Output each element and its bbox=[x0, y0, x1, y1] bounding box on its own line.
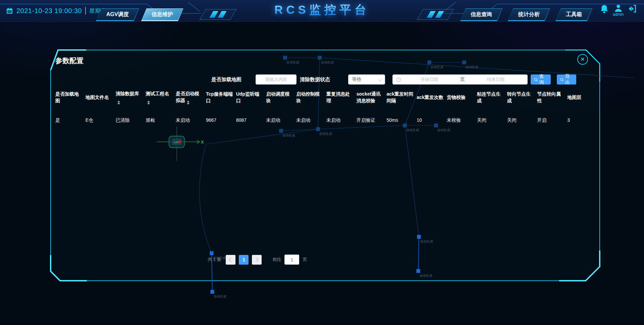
column-header: 货物校验 bbox=[447, 94, 476, 101]
table-row: 是E仓已清除巡检未启动96678087未启动未启动未启动开启验证50ms10未校… bbox=[55, 114, 596, 126]
table-cell: 开启验证 bbox=[357, 117, 385, 123]
column-header: 转向节点生成 bbox=[507, 91, 536, 104]
table-header-row: 是否加载地图地图文件名清除数据库测试工程名是否启动模拟器Tcp服务端端口Udp监… bbox=[55, 87, 596, 108]
search-icon bbox=[560, 77, 564, 82]
parameter-config-modal: 参数配置 ✕ 是否加载地图 请输入内容 清除数据状态 等待 开始日期 至 结束日… bbox=[43, 49, 600, 281]
goto-label: 前往 bbox=[272, 257, 281, 263]
export-button-label: 导出 bbox=[565, 73, 573, 86]
load-map-placeholder: 请输入内容 bbox=[265, 76, 287, 83]
query-button-label: 查询 bbox=[539, 73, 547, 86]
clear-status-value: 等待 bbox=[352, 76, 361, 83]
page-title: RCS监控平台 bbox=[274, 2, 370, 18]
right-nav-tabs: 信息查询 统计分析 工具箱 bbox=[460, 8, 592, 21]
column-header: ack重发时间间隔 bbox=[387, 91, 416, 104]
table-cell: E仓 bbox=[86, 117, 114, 123]
logout-icon[interactable] bbox=[628, 4, 637, 13]
tab-label: 统计分析 bbox=[518, 11, 540, 18]
date-start-placeholder: 开始日期 bbox=[401, 76, 458, 83]
goto-page-input[interactable]: 1 bbox=[284, 255, 299, 265]
tab-label: 信息维护 bbox=[152, 11, 173, 18]
column-header: 重复消息处理 bbox=[326, 91, 355, 104]
username-label: admin bbox=[613, 12, 624, 16]
sort-icon[interactable] bbox=[187, 101, 190, 105]
table-cell: 开启 bbox=[537, 117, 566, 123]
datetime-divider bbox=[85, 7, 86, 14]
date-separator: 至 bbox=[458, 76, 468, 83]
notification-bell-icon[interactable] bbox=[600, 4, 609, 14]
table-cell: 10 bbox=[417, 117, 445, 123]
column-header: 启动控制模块 bbox=[296, 91, 325, 104]
column-header: Tcp服务端端口 bbox=[206, 91, 235, 104]
user-account[interactable]: admin bbox=[613, 4, 624, 16]
column-header: socket通讯消息校验 bbox=[357, 91, 385, 104]
table-cell: 关闭 bbox=[477, 117, 506, 123]
column-header: 地图层 bbox=[567, 94, 596, 101]
export-button[interactable]: 导出 bbox=[557, 74, 576, 85]
current-datetime: 2021-10-23 19:00:30 bbox=[16, 7, 82, 15]
clear-status-filter-label: 清除数据状态 bbox=[300, 74, 330, 85]
chevron-right-icon bbox=[254, 257, 259, 262]
chevron-left-icon bbox=[229, 257, 233, 262]
table-cell: 巡检 bbox=[146, 117, 174, 123]
top-navigation-bar: 2021-10-23 19:00:30 星期六 AGV调度 信息维护 RCS监控… bbox=[0, 0, 644, 21]
tab-info-query[interactable]: 信息查询 bbox=[460, 8, 502, 21]
column-header: 启动调度模块 bbox=[266, 91, 295, 104]
table-cell: 未校验 bbox=[447, 117, 476, 123]
column-header[interactable]: 清除数据库 bbox=[116, 90, 145, 105]
clock-icon bbox=[396, 77, 401, 82]
table-cell: 50ms bbox=[387, 117, 416, 123]
tab-label: 信息查询 bbox=[471, 11, 492, 18]
date-end-placeholder: 结束日期 bbox=[468, 76, 524, 83]
clear-status-select[interactable]: 等待 bbox=[348, 74, 385, 85]
table-cell: 9667 bbox=[206, 117, 235, 123]
load-map-input[interactable]: 请输入内容 bbox=[256, 74, 297, 85]
datetime-block: 2021-10-23 19:00:30 星期六 bbox=[6, 0, 106, 21]
prev-page-button[interactable] bbox=[226, 255, 235, 265]
user-icon bbox=[614, 4, 623, 12]
table-cell: 未启动 bbox=[266, 117, 295, 123]
column-header: 是否加载地图 bbox=[55, 91, 84, 104]
column-header[interactable]: 测试工程名 bbox=[146, 90, 174, 105]
tab-label: 工具箱 bbox=[566, 11, 582, 18]
column-header: Udp监听端口 bbox=[236, 91, 265, 104]
map-node-label: 自动生成 bbox=[214, 294, 226, 298]
left-nav-tabs: AGV调度 信息维护 bbox=[96, 8, 183, 21]
tab-toolbox[interactable]: 工具箱 bbox=[555, 8, 592, 21]
column-header[interactable]: 是否启动模拟器 bbox=[176, 90, 205, 105]
query-button[interactable]: 查询 bbox=[531, 74, 551, 85]
header-decoration-right bbox=[417, 9, 454, 20]
sort-icon[interactable] bbox=[147, 101, 150, 105]
load-map-filter-label: 是否加载地图 bbox=[211, 74, 241, 85]
search-icon bbox=[534, 77, 538, 82]
table-cell: 未启动 bbox=[326, 117, 355, 123]
close-icon[interactable]: ✕ bbox=[577, 54, 588, 65]
column-header: 节点转向属性 bbox=[537, 91, 566, 104]
pagination-total: 共 1 条 bbox=[208, 257, 221, 263]
tab-info-maintenance[interactable]: 信息维护 bbox=[141, 8, 183, 21]
modal-title: 参数配置 bbox=[55, 56, 84, 65]
tab-statistics[interactable]: 统计分析 bbox=[508, 8, 550, 21]
map-node bbox=[211, 290, 214, 293]
sort-icon[interactable] bbox=[117, 101, 120, 105]
tab-label: AGV调度 bbox=[106, 11, 129, 18]
table-cell: 3 bbox=[567, 117, 596, 123]
table-cell: 8087 bbox=[236, 117, 265, 123]
tab-agv-dispatch[interactable]: AGV调度 bbox=[96, 8, 139, 21]
header-decoration-left bbox=[200, 9, 236, 20]
page-unit-label: 页 bbox=[303, 257, 307, 263]
next-page-button[interactable] bbox=[252, 255, 262, 265]
table-cell: 关闭 bbox=[507, 117, 536, 123]
page-number-button[interactable]: 1 bbox=[239, 255, 249, 265]
table-cell: 已清除 bbox=[116, 117, 145, 123]
table-cell: 未启动 bbox=[296, 117, 325, 123]
column-header: 地图文件名 bbox=[86, 94, 114, 101]
table-cell: 是 bbox=[55, 117, 84, 123]
chevron-down-icon bbox=[378, 77, 383, 81]
column-header: ack重发次数 bbox=[417, 94, 445, 101]
pagination: 共 1 条 1 前往 1 页 bbox=[208, 255, 307, 265]
calendar-icon bbox=[6, 7, 13, 14]
filter-bar: 是否加载地图 请输入内容 清除数据状态 等待 开始日期 至 结束日期 查询 bbox=[43, 74, 600, 85]
column-header: 粘连节点生成 bbox=[477, 91, 506, 104]
date-range-picker[interactable]: 开始日期 至 结束日期 bbox=[392, 74, 528, 85]
table-cell: 未启动 bbox=[176, 117, 205, 123]
